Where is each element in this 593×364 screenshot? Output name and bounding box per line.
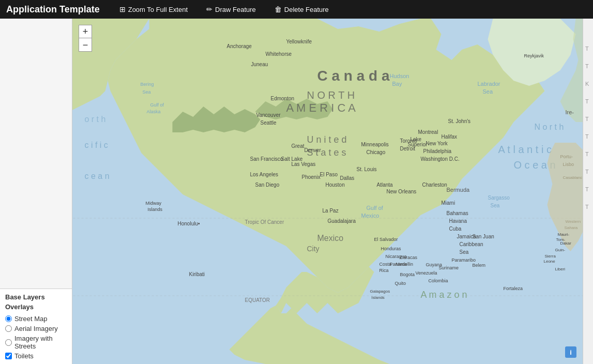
svg-text:Mexico: Mexico xyxy=(317,234,344,242)
delete-feature-button[interactable]: 🗑 Delete Feature xyxy=(270,3,333,16)
street-map-radio[interactable] xyxy=(5,315,12,322)
right-panel: T T K T T T T T T T xyxy=(583,19,593,364)
svg-text:Las Vegas: Las Vegas xyxy=(292,161,316,167)
svg-text:Yellowknife: Yellowknife xyxy=(286,39,312,44)
app-title: Application Template xyxy=(6,4,100,15)
svg-text:Honduras: Honduras xyxy=(381,246,402,251)
svg-text:Miami: Miami xyxy=(442,200,455,206)
zoom-full-extent-label: Zoom To Full Extent xyxy=(128,6,188,13)
svg-text:A M E R I C A: A M E R I C A xyxy=(286,101,356,114)
aerial-imagery-radio[interactable] xyxy=(5,325,12,332)
svg-text:Bogota: Bogota xyxy=(400,272,415,277)
info-button[interactable]: i xyxy=(565,346,576,358)
zoom-full-extent-button[interactable]: ⊞ Zoom To Full Extent xyxy=(115,3,192,16)
svg-text:N o r t h: N o r t h xyxy=(535,123,564,131)
right-label-4: T xyxy=(583,97,593,105)
svg-text:Belem: Belem xyxy=(473,263,486,268)
svg-text:Whitehorse: Whitehorse xyxy=(266,51,292,57)
layer-panel: Base Layers Overlays Street Map Aerial I… xyxy=(0,289,72,364)
imagery-streets-label: Imagery with Streets xyxy=(14,335,67,350)
toilets-label: Toilets xyxy=(14,352,34,360)
svg-text:Honolulu•: Honolulu• xyxy=(178,221,200,226)
left-panel: Base Layers Overlays Street Map Aerial I… xyxy=(0,19,72,364)
svg-text:Montreal: Montreal xyxy=(418,129,438,135)
svg-text:EQUATOR: EQUATOR xyxy=(245,297,270,303)
svg-text:Caracas: Caracas xyxy=(400,255,418,260)
svg-text:El Paso: El Paso xyxy=(320,172,338,177)
svg-text:Gulf of: Gulf of xyxy=(367,205,384,211)
list-item: Toilets xyxy=(5,351,67,361)
svg-text:Bay: Bay xyxy=(392,81,402,87)
svg-text:Dakar: Dakar xyxy=(560,241,572,246)
svg-text:Dallas: Dallas xyxy=(340,175,355,181)
svg-text:Tropic Of Cancer: Tropic Of Cancer xyxy=(245,219,284,225)
svg-text:Sargasso: Sargasso xyxy=(488,195,510,201)
svg-text:Seattle: Seattle xyxy=(261,120,277,126)
svg-text:Sea: Sea xyxy=(143,89,151,95)
svg-text:La Paz: La Paz xyxy=(323,208,339,214)
map-svg: C a n a d a N O R T H A M E R I C A U n … xyxy=(72,19,583,364)
svg-text:El Salvador: El Salvador xyxy=(374,237,398,242)
zoom-in-button[interactable]: + xyxy=(79,25,92,38)
svg-text:Suriname: Suriname xyxy=(439,265,459,270)
svg-text:Philadelphia: Philadelphia xyxy=(423,148,452,154)
svg-text:Reykjavik: Reykjavik xyxy=(524,53,544,58)
svg-text:San Diego: San Diego xyxy=(255,182,280,188)
right-label-2: T xyxy=(583,62,593,70)
right-label-10: T xyxy=(583,203,593,211)
svg-text:Mexico: Mexico xyxy=(361,213,379,219)
draw-feature-button[interactable]: ✏ Draw Feature xyxy=(202,3,260,16)
svg-text:Sea: Sea xyxy=(491,203,500,208)
right-label-6: T xyxy=(583,132,593,141)
svg-text:Charleston: Charleston xyxy=(422,182,447,188)
svg-text:Anchorage: Anchorage xyxy=(227,43,252,49)
svg-text:Chicago: Chicago xyxy=(367,149,386,155)
toilets-checkbox[interactable] xyxy=(5,353,12,359)
svg-text:Islands: Islands xyxy=(372,295,385,300)
svg-text:Mauri-: Mauri- xyxy=(558,232,570,237)
svg-text:Sea: Sea xyxy=(483,88,493,95)
zoom-in-label: + xyxy=(83,25,88,38)
svg-text:o r t h: o r t h xyxy=(85,115,106,124)
list-item: Imagery with Streets xyxy=(5,333,67,351)
info-icon: i xyxy=(570,348,572,356)
svg-text:Labrador: Labrador xyxy=(478,81,500,87)
svg-text:Gulf of: Gulf of xyxy=(150,102,164,108)
list-item: Street Map xyxy=(5,314,67,324)
svg-text:Sea: Sea xyxy=(460,249,469,255)
svg-text:Bahamas: Bahamas xyxy=(447,210,468,216)
draw-feature-label: Draw Feature xyxy=(215,6,256,13)
imagery-streets-radio[interactable] xyxy=(5,339,12,346)
zoom-out-label: − xyxy=(83,39,88,51)
svg-text:City: City xyxy=(307,245,320,253)
svg-text:c i f i c: c i f i c xyxy=(85,141,108,149)
svg-text:A m a z o n: A m a z o n xyxy=(421,290,467,300)
svg-text:San Francisco: San Francisco xyxy=(250,156,283,162)
svg-text:Guin-: Guin- xyxy=(555,248,566,252)
right-label-8: T xyxy=(583,168,593,176)
list-item: Aerial Imagery xyxy=(5,324,67,333)
delete-feature-icon: 🗑 xyxy=(275,5,282,13)
right-label-3: K xyxy=(583,80,593,88)
svg-text:A t l a n t i c: A t l a n t i c xyxy=(498,144,552,155)
right-label-5: T xyxy=(583,115,593,123)
svg-text:N O R T H: N O R T H xyxy=(307,89,355,101)
map-area[interactable]: C a n a d a N O R T H A M E R I C A U n … xyxy=(72,19,583,364)
svg-text:Phoenix: Phoenix xyxy=(302,174,321,180)
svg-text:Havana: Havana xyxy=(449,218,467,224)
svg-text:Minneapolis: Minneapolis xyxy=(361,142,389,147)
main-layout: Base Layers Overlays Street Map Aerial I… xyxy=(0,19,593,364)
svg-text:Halifax: Halifax xyxy=(442,134,458,140)
zoom-extent-icon: ⊞ xyxy=(119,5,126,13)
svg-text:Venezuela: Venezuela xyxy=(416,270,437,276)
overlays-section[interactable]: Overlays xyxy=(5,302,67,312)
svg-text:Denver: Denver xyxy=(305,147,322,153)
svg-text:Los Angeles: Los Angeles xyxy=(250,172,279,177)
svg-text:Colombia: Colombia xyxy=(429,278,448,283)
svg-text:Ire-: Ire- xyxy=(566,109,574,115)
base-layers-section[interactable]: Base Layers xyxy=(5,292,67,302)
zoom-out-button[interactable]: − xyxy=(79,38,92,52)
svg-text:Great: Great xyxy=(292,143,305,149)
right-label-1: T xyxy=(583,44,593,53)
street-map-label: Street Map xyxy=(14,315,48,323)
